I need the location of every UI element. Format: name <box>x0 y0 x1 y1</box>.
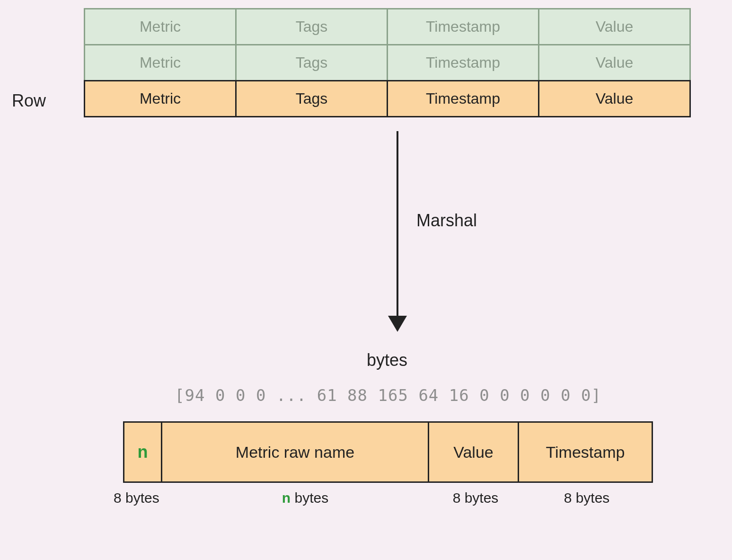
diagram-canvas: Row Metric Tags Timestamp Value Metric T… <box>0 0 732 560</box>
cell-tags: Tags <box>235 80 388 117</box>
segment-n: n <box>124 423 162 481</box>
cell-value: Value <box>538 80 691 117</box>
size-n: 8 bytes <box>114 490 180 506</box>
arrow-head-icon <box>388 316 407 332</box>
byte-size-labels: 8 bytes n bytes 8 bytes 8 bytes <box>123 490 653 506</box>
cell-tags: Tags <box>235 8 388 45</box>
table-row-faded-1: Metric Tags Timestamp Value <box>85 9 691 45</box>
table-row-active: Metric Tags Timestamp Value <box>85 81 691 117</box>
table-row-faded-2: Metric Tags Timestamp Value <box>85 45 691 81</box>
size-name-suffix: bytes <box>291 490 328 506</box>
cell-value: Value <box>538 8 691 45</box>
size-name-n: n <box>282 490 291 506</box>
cell-timestamp: Timestamp <box>387 8 539 45</box>
size-name: n bytes <box>180 490 431 506</box>
arrow-line <box>397 131 398 320</box>
cell-value: Value <box>538 44 691 81</box>
arrow-label: Marshal <box>416 211 477 231</box>
byte-layout-bar: n Metric raw name Value Timestamp <box>123 421 653 483</box>
arrow-down <box>383 131 412 335</box>
cell-metric: Metric <box>84 8 237 45</box>
segment-timestamp: Timestamp <box>519 423 652 481</box>
cell-timestamp: Timestamp <box>387 44 539 81</box>
cell-metric: Metric <box>84 80 237 117</box>
bytes-title: bytes <box>367 350 407 370</box>
segment-value: Value <box>429 423 519 481</box>
row-label: Row <box>12 91 46 111</box>
size-timestamp: 8 bytes <box>520 490 653 506</box>
cell-metric: Metric <box>84 44 237 81</box>
bytes-array: [94 0 0 0 ... 61 88 165 64 16 0 0 0 0 0 … <box>123 386 653 405</box>
segment-metric-name: Metric raw name <box>162 423 429 481</box>
cell-timestamp: Timestamp <box>387 80 539 117</box>
size-value: 8 bytes <box>431 490 520 506</box>
row-stack: Metric Tags Timestamp Value Metric Tags … <box>85 9 691 117</box>
cell-tags: Tags <box>235 44 388 81</box>
